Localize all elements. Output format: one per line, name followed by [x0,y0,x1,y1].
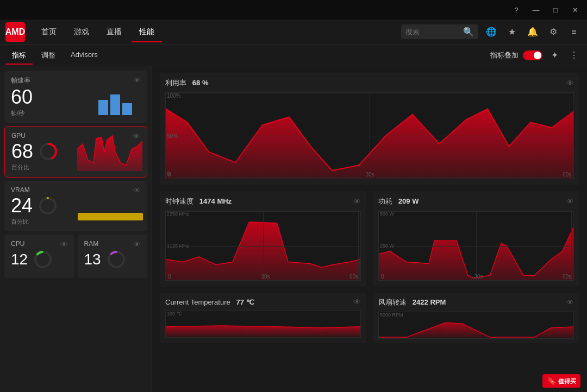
gpu-value: 68 [11,142,33,161]
temp-fan-row: Current Temperature 77 ℃ 👁 100 ℃ [160,293,579,343]
settings-icon[interactable]: ⚙ [546,24,561,40]
power-value: 209 W [398,197,419,205]
clock-title: 时钟速度 1474 MHz [165,197,232,206]
search-input[interactable] [405,28,460,36]
fps-bar-chart [98,93,136,115]
clock-power-row: 时钟速度 1474 MHz 👁 2250 MHz 1125 MHz 0 30s … [160,191,579,287]
fps-label: 帧速率 [11,76,30,85]
clock-header: 时钟速度 1474 MHz 👁 [165,197,361,206]
utilization-header: 利用率 68 % 👁 [165,78,574,88]
cpu-gauge [33,250,53,269]
bell-icon[interactable]: 🔔 [525,24,540,40]
utilization-eye-icon[interactable]: 👁 [566,79,574,87]
clock-grid-v-mid [263,211,264,281]
fps-eye-icon[interactable]: 👁 [133,76,141,85]
clock-grid-v-end [358,211,359,281]
temp-chart: 100 ℃ [165,311,361,338]
toggle-knob [534,52,541,59]
clock-x-end: 60s [349,274,358,280]
svg-marker-2 [77,136,142,171]
temp-svg [166,311,360,337]
temp-y-top: 100 ℃ [167,311,182,317]
fps-bar-1 [98,100,108,115]
utilization-section: 利用率 68 % 👁 100% 50% 0 0 30s 60s [160,73,579,185]
cpu-card-header: CPU 👁 [11,240,68,250]
nav-item-home[interactable]: 首页 [34,23,64,41]
sidebar: 帧速率 👁 60 帧/秒 GPU 👁 68 [0,66,152,392]
clock-section: 时钟速度 1474 MHz 👁 2250 MHz 1125 MHz 0 30s … [160,191,366,287]
subnav-advisors[interactable]: Advisors [64,47,104,64]
ram-gauge-wrap: 13 [84,250,141,269]
vram-label: VRAM [11,186,30,194]
nav-bar: AMD 首页 游戏 直播 性能 🔍 🌐 ★ 🔔 ⚙ ≡ [0,20,587,45]
star-icon[interactable]: ★ [504,24,520,40]
close-button[interactable]: ✕ [567,3,583,16]
subnav-metrics[interactable]: 指标 [5,47,33,64]
power-eye-icon[interactable]: 👁 [566,197,574,206]
temp-header: Current Temperature 77 ℃ 👁 [165,298,361,306]
sub-nav: 指标 调整 Advisors 指标叠加 ✦ ⋮ [0,45,587,66]
ram-gauge [107,250,126,269]
power-chart: 500 W 250 W 0 30s 60s [378,211,574,281]
indicator-toggle[interactable] [523,50,542,60]
cpu-eye-icon[interactable]: 👁 [60,240,68,249]
indicator-label: 指标叠加 [490,50,519,60]
amd-logo: AMD [5,22,25,42]
util-y-top: 100% [167,93,181,99]
cpu-card: CPU 👁 12 [4,235,74,278]
watermark-icon: 🔖 [547,376,558,385]
clock-y-mid: 1125 MHz [167,243,189,249]
fan-chart: 5000 RPM [378,312,574,339]
maximize-button[interactable]: □ [548,3,563,16]
utilization-value: 68 % [192,79,209,87]
gpu-label: GPU [11,132,26,140]
clock-value: 1474 MHz [199,197,232,205]
temp-value: 77 ℃ [236,298,254,306]
subnav-adjust[interactable]: 调整 [35,47,62,64]
nav-item-games[interactable]: 游戏 [66,23,97,41]
vram-value: 24 [11,196,33,216]
temp-eye-icon[interactable]: 👁 [353,298,361,306]
power-grid-v-end [571,211,572,281]
fps-card: 帧速率 👁 60 帧/秒 [4,71,147,123]
ram-eye-icon[interactable]: 👁 [133,240,141,249]
fan-title: 风扇转速 2422 RPM [378,298,446,307]
power-x-end: 60s [563,274,571,280]
fan-eye-icon[interactable]: 👁 [566,298,574,307]
temperature-section: Current Temperature 77 ℃ 👁 100 ℃ [160,293,366,343]
sub-nav-right: 指标叠加 ✦ ⋮ [490,48,582,63]
fan-header: 风扇转速 2422 RPM 👁 [378,298,574,307]
nav-item-performance[interactable]: 性能 [132,23,162,41]
ram-label: RAM [84,240,99,248]
power-header: 功耗 209 W 👁 [378,197,574,206]
nav-item-stream[interactable]: 直播 [99,23,129,41]
clock-x-mid: 30s [261,274,270,280]
title-bar-controls: ? — □ ✕ [509,3,583,16]
temp-title: Current Temperature 77 ℃ [165,298,254,306]
clock-chart: 2250 MHz 1125 MHz 0 30s 60s [165,211,361,281]
clock-eye-icon[interactable]: 👁 [353,197,361,206]
help-button[interactable]: ? [509,3,524,16]
ram-card: RAM 👁 13 [78,235,148,278]
fan-y-top: 5000 RPM [380,312,403,318]
svg-point-3 [40,198,55,213]
power-y-mid: 250 W [380,243,394,249]
vram-card: VRAM 👁 24 百分比 [4,181,147,231]
power-y-top: 500 W [380,211,394,217]
power-x-mid: 30s [474,274,483,280]
utilization-chart: 100% 50% 0 0 30s 60s [165,92,574,179]
main-layout: 帧速率 👁 60 帧/秒 GPU 👁 68 [0,66,587,392]
globe-icon[interactable]: 🌐 [484,24,499,40]
pin-icon[interactable]: ✦ [547,48,562,63]
cpu-label: CPU [11,240,24,248]
menu-icon[interactable]: ≡ [566,24,582,40]
fps-bar-2 [110,94,120,115]
nav-items: 首页 游戏 直播 性能 [34,23,401,41]
ram-value: 13 [84,252,101,267]
minimize-button[interactable]: — [528,3,544,16]
search-box[interactable]: 🔍 [401,24,478,39]
clock-x-start: 0 [168,274,171,280]
more-icon[interactable]: ⋮ [566,48,582,63]
watermark-text: 值得买 [558,378,576,384]
vram-eye-icon[interactable]: 👁 [133,186,141,195]
